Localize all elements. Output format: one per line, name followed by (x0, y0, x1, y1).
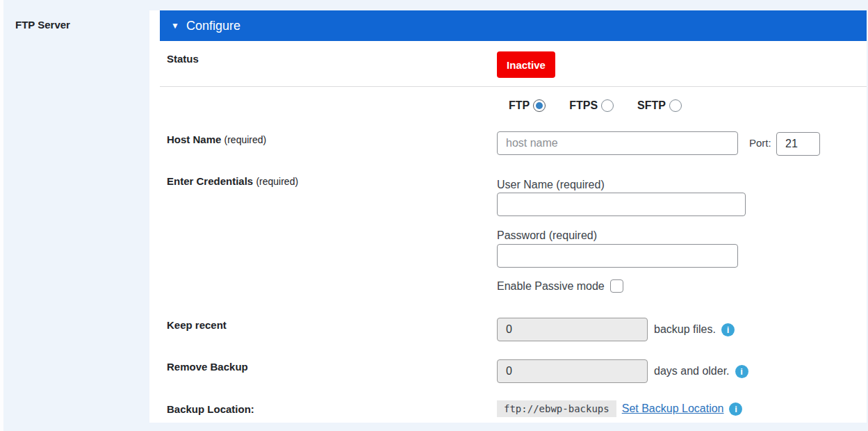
keep-recent-label: Keep recent (167, 319, 227, 331)
username-input[interactable] (497, 193, 746, 216)
passive-mode-label: Enable Passive mode (497, 280, 605, 293)
set-backup-location-link[interactable]: Set Backup Location (622, 402, 724, 415)
remove-backup-row: days and older. i (497, 359, 748, 383)
remove-backup-input (497, 359, 648, 383)
password-input[interactable] (497, 244, 738, 268)
ftp-server-panel: ▼ Configure Status Inactive FTP FTPS SFT… (149, 10, 867, 423)
radio-label-ftps: FTPS (569, 99, 598, 112)
status-badge: Inactive (497, 51, 555, 78)
radio-option-ftp[interactable]: FTP (509, 99, 546, 112)
accordion-title: Configure (186, 19, 240, 33)
username-label: User Name (required) (497, 179, 605, 191)
remove-backup-suffix: days and older. (654, 365, 730, 377)
radio-button-ftp[interactable] (533, 99, 546, 112)
keep-recent-row: backup files. i (497, 318, 735, 341)
chevron-down-icon: ▼ (171, 21, 179, 31)
radio-label-ftp: FTP (509, 99, 530, 112)
status-label: Status (167, 53, 199, 65)
protocol-radio-group: FTP FTPS SFTP (509, 99, 705, 112)
radio-option-sftp[interactable]: SFTP (637, 99, 682, 112)
credentials-label: Enter Credentials (required) (167, 175, 298, 187)
host-name-label: Host Name (required) (167, 133, 266, 145)
passive-mode-checkbox[interactable] (610, 279, 623, 293)
credentials-label-text: Enter Credentials (167, 175, 253, 187)
section-title-ftp-server: FTP Server (15, 19, 70, 31)
host-name-input[interactable] (497, 131, 738, 155)
port-input[interactable] (776, 132, 820, 156)
info-icon[interactable]: i (735, 365, 748, 378)
backup-location-path: ftp://ebwp-backups (497, 400, 616, 417)
radio-button-sftp[interactable] (669, 99, 682, 112)
passive-mode-row: Enable Passive mode (497, 279, 623, 293)
info-icon[interactable]: i (721, 323, 735, 336)
backup-location-label: Backup Location: (167, 403, 254, 415)
keep-recent-suffix: backup files. (654, 323, 716, 336)
credentials-required-text: (required) (256, 176, 298, 187)
info-icon[interactable]: i (729, 402, 742, 416)
host-name-label-text: Host Name (167, 133, 221, 145)
divider (160, 86, 867, 87)
port-label: Port: (749, 137, 771, 149)
radio-option-ftps[interactable]: FTPS (569, 99, 614, 112)
page-left-edge (0, 0, 3, 431)
backup-location-row: ftp://ebwp-backups Set Backup Location i (497, 400, 742, 417)
remove-backup-label: Remove Backup (167, 361, 248, 373)
host-name-required-text: (required) (224, 134, 267, 145)
radio-label-sftp: SFTP (637, 99, 666, 112)
radio-button-ftps[interactable] (601, 99, 614, 112)
keep-recent-input (497, 318, 648, 341)
password-label: Password (required) (497, 229, 597, 242)
configure-accordion-header[interactable]: ▼ Configure (160, 10, 867, 41)
